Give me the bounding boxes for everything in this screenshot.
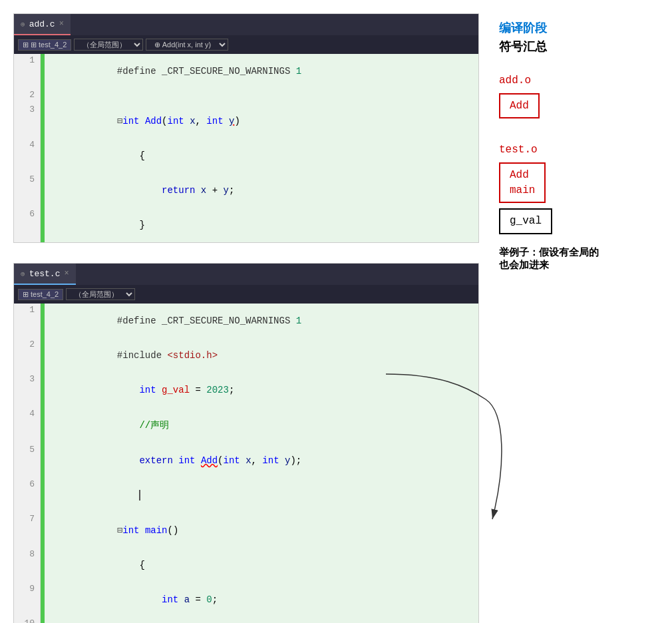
test-linenum-2: 2 [14,338,41,373]
add-obj-section: add.o Add [499,75,659,124]
test-line-4: 4 //声明 [14,407,478,443]
add-line-4: 4 { [14,138,478,173]
add-project-label: ⊞ test_4_2 [31,41,67,49]
test-line-1: 1 #define _CRT_SECURE_NO_WARNINGS 1 [14,304,478,338]
add-scope-select2[interactable]: ⊕ Add(int x, int y) [146,39,228,51]
test-linecontent-2: #include <stdio.h> [45,338,478,373]
test-symbol-box: Addmain [499,162,546,203]
add-linenum-1: 1 [14,54,41,89]
test-linenum-1: 1 [14,304,41,338]
test-line-5: 5 extern int Add(int x, int y); [14,443,478,478]
test-linenum-4: 4 [14,407,41,443]
right-panel: 编译阶段 符号汇总 add.o Add test.o Addmain g_val… [499,13,659,292]
test-pin-icon: ⊕ [21,270,25,278]
test-obj-label: test.o [499,144,659,156]
add-linenum-4: 4 [14,138,41,173]
test-project-icon: ⊞ [23,290,29,299]
test-linecontent-1: #define _CRT_SECURE_NO_WARNINGS 1 [45,304,478,338]
test-close-icon[interactable]: × [64,269,69,278]
test-toolbar: ⊞ test_4_2 （全局范围） [14,285,478,304]
test-project-label: test_4_2 [31,290,59,298]
test-tab[interactable]: ⊕ test.c × [14,264,76,285]
test-linecontent-8: { [45,548,478,582]
add-linenum-2: 2 [14,89,41,103]
test-project-btn[interactable]: ⊞ test_4_2 [18,289,63,300]
add-linenum-6: 6 [14,208,41,242]
add-linenum-3: 3 [14,103,41,138]
test-linecontent-7: ⊟int main() [45,513,478,548]
add-linecontent-4: { [45,138,478,173]
test-linenum-10: 10 [14,617,41,623]
arrow-note: 举例子：假设有全局的 也会加进来 [499,246,659,272]
compile-stage-title: 编译阶段 [499,20,659,36]
add-obj-label: add.o [499,75,659,87]
add-linecontent-3: ⊟int Add(int x, int y) [45,103,478,138]
add-line-2: 2 [14,89,478,103]
test-linecontent-9: int a = 0; [45,582,478,617]
test-tab-bar: ⊕ test.c × [14,264,478,285]
add-scope-select1[interactable]: （全局范围） [74,39,143,51]
add-tab-bar: ⊕ add.c × [14,14,478,35]
test-linenum-5: 5 [14,443,41,478]
gval-symbol-text: g_val [510,215,542,227]
test-symbols-text: Addmain [510,169,535,196]
test-linenum-6: 6 [14,478,41,513]
add-pin-icon: ⊕ [21,20,25,29]
test-line-9: 9 int a = 0; [14,582,478,617]
add-line-5: 5 return x + y; [14,173,478,208]
add-symbol-box: Add [499,93,540,118]
add-code-area: 1 #define _CRT_SECURE_NO_WARNINGS 1 2 3 [14,54,478,242]
test-line-2: 2 #include <stdio.h> [14,338,478,373]
note-line2: 也会加进来 [499,259,549,270]
test-linenum-7: 7 [14,513,41,548]
test-scope-select[interactable]: （全局范围） [66,288,135,300]
add-close-icon[interactable]: × [59,19,64,29]
add-line-1: 1 #define _CRT_SECURE_NO_WARNINGS 1 [14,54,478,89]
test-line-7: 7 ⊟int main() [14,513,478,548]
add-linenum-5: 5 [14,173,41,208]
add-linecontent-6: } [45,208,478,242]
add-line-6: 6 } [14,208,478,242]
add-project-btn[interactable]: ⊞ ⊞ test_4_2 [18,39,71,51]
symbol-summary-title: 符号汇总 [499,39,659,55]
test-linenum-3: 3 [14,373,41,407]
title-section: 编译阶段 符号汇总 [499,20,659,55]
test-c-window: ⊕ test.c × ⊞ test_4_2 （全局范围） 1 [13,263,479,623]
test-linenum-8: 8 [14,548,41,582]
add-tab-label: add.c [29,19,55,29]
test-line-8: 8 { [14,548,478,582]
test-obj-section: test.o Addmain g_val 举例子：假设有全局的 也会加进来 [499,144,659,271]
test-linenum-9: 9 [14,582,41,617]
main-layout: ⊕ add.c × ⊞ ⊞ test_4_2 （全局范围） ⊕ Add(int … [13,13,659,623]
add-symbol-text: Add [510,100,529,112]
add-project-icon: ⊞ [23,41,29,49]
test-linecontent-3: int g_val = 2023; [45,373,478,407]
add-line-3: 3 ⊟int Add(int x, int y) [14,103,478,138]
test-code-area: 1 #define _CRT_SECURE_NO_WARNINGS 1 2 #i… [14,304,478,623]
test-linecontent-6 [45,478,478,513]
test-linecontent-10: int b = 0; [45,617,478,623]
add-linecontent-2 [45,89,478,103]
note-line1: 举例子：假设有全局的 [499,246,599,258]
test-linecontent-5: extern int Add(int x, int y); [45,443,478,478]
test-line-10: 10 int b = 0; [14,617,478,623]
add-linecontent-5: return x + y; [45,173,478,208]
test-line-3: 3 int g_val = 2023; [14,373,478,407]
test-line-6: 6 [14,478,478,513]
test-linecontent-4: //声明 [45,407,478,443]
add-linecontent-1: #define _CRT_SECURE_NO_WARNINGS 1 [45,54,478,89]
gval-symbol-box: g_val [499,208,552,234]
add-c-window: ⊕ add.c × ⊞ ⊞ test_4_2 （全局范围） ⊕ Add(int … [13,13,479,243]
add-toolbar: ⊞ ⊞ test_4_2 （全局范围） ⊕ Add(int x, int y) [14,35,478,54]
test-tab-label: test.c [29,269,61,279]
add-tab[interactable]: ⊕ add.c × [14,14,71,35]
left-panel: ⊕ add.c × ⊞ ⊞ test_4_2 （全局范围） ⊕ Add(int … [13,13,479,623]
